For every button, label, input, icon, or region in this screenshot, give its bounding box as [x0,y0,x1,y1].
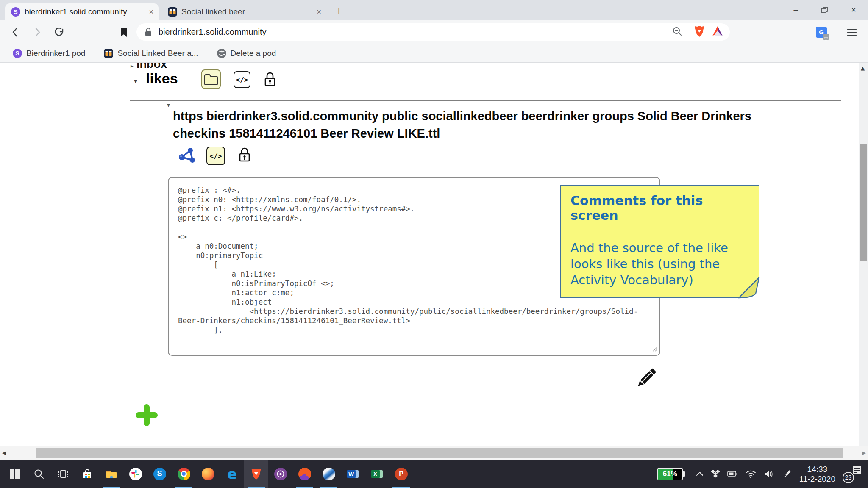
task-view-icon[interactable] [51,460,75,488]
likes-section-header[interactable]: likes [146,70,178,87]
tab-close-icon[interactable]: × [149,8,153,16]
url-bar[interactable]: bierdrinker1.solid.community [136,23,730,41]
expanded-triangle-icon[interactable]: ▾ [167,102,170,108]
edge-icon[interactable]: e [220,460,244,488]
brave-shield-icon[interactable] [693,25,705,39]
divider [130,435,841,435]
forward-icon[interactable] [29,24,46,41]
divider [837,27,837,38]
windows-start-icon[interactable] [3,460,27,488]
skype-icon[interactable]: S [147,460,172,488]
beer-icon [168,7,177,17]
tor-icon[interactable] [268,460,292,488]
code-icon[interactable]: </> [206,147,225,165]
pencil-icon[interactable] [632,364,660,394]
browser-toolbar: bierdrinker1.solid.community G [0,20,868,44]
tab-strip: S bierdrinker1.solid.community × Social … [0,0,868,20]
note-body: And the source of the like looks like th… [570,240,749,288]
close-button[interactable]: × [839,0,868,20]
dropbox-icon[interactable] [711,469,720,478]
notification-center-icon[interactable]: 23 [843,465,863,483]
scroll-up-icon[interactable]: ▲ [861,65,865,71]
excel-icon[interactable]: X [365,460,389,488]
window-controls: – × [782,0,868,20]
back-icon[interactable] [7,24,24,41]
lock-icon [143,27,153,38]
lock-icon[interactable] [238,146,251,165]
taskbar-app-icons: S e [3,460,413,488]
bookmarks-bar: S Bierdrinker1 pod Social Linked Beer a.… [0,44,868,63]
add-plus-icon[interactable] [136,404,158,426]
taskbar-clock[interactable]: 14:33 11-2-2020 [799,464,835,484]
search-icon[interactable] [27,460,51,488]
bookmark-social-linked-beer[interactable]: Social Linked Beer a... [104,49,198,58]
translate-icon[interactable]: G [813,24,830,41]
bookmark-icon[interactable] [115,24,132,41]
divider [688,27,688,37]
comment-note: Comments for this screen And the source … [560,185,760,298]
code-icon[interactable]: </> [234,71,250,88]
notification-badge: 23 [843,472,854,483]
url-text[interactable]: bierdrinker1.solid.community [159,27,672,37]
note-title: Comments for this screen [570,193,749,223]
system-tray: 61% 14:33 11-2-2020 [657,460,868,488]
restore-button[interactable] [810,0,839,20]
brave-icon[interactable] [244,460,268,488]
reload-icon[interactable] [51,24,68,41]
clock-time: 14:33 [799,464,835,474]
horizontal-scrollbar-thumb[interactable] [36,448,843,458]
horizontal-scrollbar[interactable]: ◀ ▶ [0,446,868,460]
resize-grip-icon[interactable] [652,346,658,353]
new-tab-button[interactable]: + [336,5,342,16]
divider [130,100,841,101]
solid-icon: S [13,49,22,58]
file-explorer-icon[interactable] [99,460,123,488]
bookmark-delete-a-pod[interactable]: Delete a pod [217,49,276,58]
chrome-icon[interactable] [172,460,196,488]
browser-swirl-icon[interactable] [292,460,317,488]
battery-percent-widget[interactable]: 61% [657,468,683,480]
battery-icon[interactable] [727,471,738,477]
folded-corner [738,277,760,299]
expanded-triangle-icon[interactable]: ▾ [134,77,137,85]
windows-taskbar: S e [0,460,868,488]
folder-icon[interactable] [201,69,221,89]
chevron-up-icon[interactable] [696,471,704,477]
tab-title: bierdrinker1.solid.community [25,7,127,17]
lock-icon[interactable] [264,70,276,90]
firefox-icon[interactable] [196,460,220,488]
vertical-scrollbar-thumb[interactable] [860,144,867,261]
beer-icon [104,49,113,58]
pen-icon[interactable] [782,469,792,479]
resource-title: https bierdrinker3.solid.community publi… [173,108,804,142]
word-icon[interactable]: W [341,460,365,488]
powerpoint-icon[interactable]: P [389,460,413,488]
zoom-out-icon[interactable] [672,26,683,39]
volume-icon[interactable] [764,470,775,478]
rdf-graph-icon[interactable] [177,147,197,166]
globe-icon [217,49,226,58]
page-content: ▸ inbox ▾ likes </> ▾ https bierdrinker3… [0,63,859,446]
menu-icon[interactable] [843,24,860,41]
solid-icon: S [11,7,20,17]
scroll-left-icon[interactable]: ◀ [2,450,6,456]
notification-page-icon [852,465,862,477]
wifi-icon[interactable] [745,469,757,478]
tab-title: Social linked beer [181,7,245,17]
tab-bierdrinker1[interactable]: S bierdrinker1.solid.community × [5,3,159,20]
minimize-button[interactable]: – [782,0,810,20]
slack-icon[interactable] [123,460,147,488]
bat-rewards-icon[interactable] [711,25,724,39]
inbox-section-header[interactable]: ▸ inbox [131,63,167,71]
scroll-right-icon[interactable]: ▶ [862,450,866,456]
bookmark-bierdrinker1-pod[interactable]: S Bierdrinker1 pod [13,49,85,58]
tab-social-linked-beer[interactable]: Social linked beer × [162,3,326,20]
ms-store-icon[interactable] [75,460,99,488]
vertical-scrollbar[interactable]: ▲ ▼ [859,63,868,460]
tab-close-icon[interactable]: × [317,8,321,16]
clock-date: 11-2-2020 [799,474,835,484]
collapsed-triangle-icon[interactable]: ▸ [131,63,134,69]
browser-orb-icon[interactable] [317,460,341,488]
